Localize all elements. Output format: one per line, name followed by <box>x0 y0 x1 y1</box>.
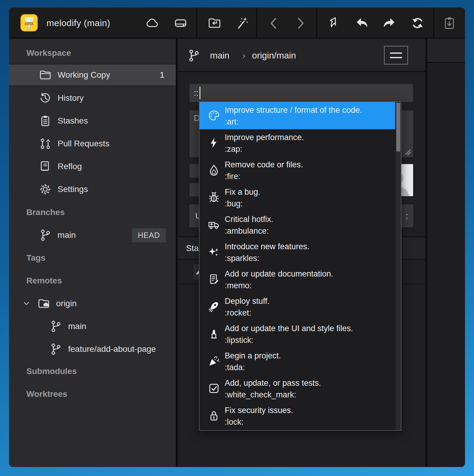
check-box-icon <box>208 382 220 394</box>
sidebar-item-reflog[interactable]: Reflog <box>9 155 176 178</box>
sidebar-item-history[interactable]: History <box>9 87 176 109</box>
toolbar-divider <box>256 7 257 38</box>
item-label: Critical hotfix. <box>225 215 273 224</box>
item-code: :memo: <box>225 281 252 290</box>
sidebar-item-working-copy[interactable]: Working Copy 1 <box>9 64 176 86</box>
sidebar-item-stashes[interactable]: Stashes <box>9 110 176 132</box>
item-code: :tada: <box>225 363 245 372</box>
forward-icon[interactable] <box>294 16 308 30</box>
redo-icon[interactable] <box>382 16 396 30</box>
item-label: Fix security issues. <box>225 406 293 415</box>
clipboard-icon <box>39 115 52 127</box>
dropdown-scrollbar[interactable] <box>396 102 401 430</box>
remote-folder-icon <box>38 297 50 310</box>
autocomplete-item-zap[interactable]: Improve performance. :zap: <box>200 129 395 157</box>
branch-icon <box>187 49 200 62</box>
sync-icon[interactable] <box>411 16 424 30</box>
bug-icon <box>208 191 220 203</box>
hamburger-icon <box>390 57 402 58</box>
app-logo-icon <box>20 14 38 31</box>
autocomplete-item-fire[interactable]: Remove code or files. :fire: <box>200 157 395 184</box>
cloud-icon[interactable] <box>145 16 159 30</box>
undo-icon[interactable] <box>355 16 369 30</box>
branch-label: main <box>58 230 76 240</box>
sidebar-section-submodules: Submodules <box>26 367 77 376</box>
item-label: Add or update documentation. <box>225 269 333 278</box>
item-code: :ambulance: <box>225 226 269 235</box>
right-panel-header <box>427 39 465 63</box>
sidebar-section-tags: Tags <box>26 253 45 263</box>
sidebar-item-label: Stashes <box>58 116 88 126</box>
sidebar-section-workspace: Workspace <box>26 48 71 58</box>
item-code: :lock: <box>225 418 244 427</box>
pull-request-icon <box>39 137 52 150</box>
item-code: :rocket: <box>225 308 251 317</box>
sidebar-item-label: Pull Requests <box>58 139 110 148</box>
sidebar-item-settings[interactable]: Settings <box>9 178 176 200</box>
scrollbar-thumb[interactable] <box>396 103 400 151</box>
sidebar-item-pull-requests[interactable]: Pull Requests <box>9 133 176 155</box>
magic-wand-icon[interactable] <box>235 16 249 30</box>
autocomplete-item-rocket[interactable]: Deploy stuff. :rocket: <box>200 293 395 320</box>
zap-icon <box>208 137 220 149</box>
app-window: melodify (main) Workspace Working Copy 1 <box>9 7 465 467</box>
autocomplete-item-art[interactable]: Improve structure / format of the code. … <box>200 102 395 129</box>
upstream-branch[interactable]: origin/main <box>252 39 296 72</box>
item-label: Add, update, or pass tests. <box>225 379 321 388</box>
chevron-down-icon[interactable] <box>22 300 30 307</box>
autocomplete-item-tada[interactable]: Begin a project. :tada: <box>200 348 395 375</box>
drive-icon[interactable] <box>174 16 188 30</box>
item-label: Fix a bug. <box>225 187 260 196</box>
fire-icon <box>208 164 220 176</box>
lock-icon <box>208 410 220 422</box>
breadcrumb-separator: › <box>242 39 245 72</box>
rocket-icon <box>208 301 220 313</box>
autocomplete-item-ambulance[interactable]: Critical hotfix. :ambulance: <box>200 211 395 238</box>
current-branch[interactable]: main <box>210 39 230 72</box>
autocomplete-item-sparkles[interactable]: Introduce new features. :sparkles: <box>200 238 395 266</box>
gitmoji-autocomplete-dropdown: Improve structure / format of the code. … <box>199 101 401 431</box>
toolbar-divider <box>434 7 434 38</box>
commit-button-label: : <box>406 211 408 221</box>
item-label: Begin a project. <box>225 351 281 360</box>
sidebar-section-worktrees: Worktrees <box>26 389 67 399</box>
ambulance-icon <box>208 219 220 231</box>
autocomplete-item-white-check-mark[interactable]: Add, update, or pass tests. :white_check… <box>200 375 395 402</box>
remote-label: origin <box>56 299 76 308</box>
clipboard-download-icon[interactable] <box>442 16 456 30</box>
sidebar-item-origin-main[interactable]: main <box>9 315 176 337</box>
autocomplete-item-lipstick[interactable]: Add or update the UI and style files. :l… <box>200 320 395 348</box>
tada-icon <box>208 355 220 367</box>
branch-icon <box>50 320 62 333</box>
sidebar-item-label: Working Copy <box>58 70 110 80</box>
autocomplete-item-bug[interactable]: Fix a bug. :bug: <box>200 184 395 211</box>
sidebar-item-branch-main[interactable]: main HEAD <box>9 224 176 246</box>
autocomplete-item-lock[interactable]: Fix security issues. :lock: <box>200 402 395 430</box>
branch-header: main › origin/main <box>178 39 425 72</box>
sidebar-item-origin-feature[interactable]: feature/add-about-page <box>9 338 176 360</box>
palette-icon <box>208 109 220 121</box>
item-label: Remove code or files. <box>225 160 303 169</box>
item-code: :zap: <box>225 145 242 154</box>
right-panel <box>427 39 465 467</box>
item-label: Improve structure / format of the code. <box>225 106 362 115</box>
summary-value: :: <box>194 88 199 98</box>
item-label: Improve performance. <box>225 133 304 142</box>
resize-grip-icon[interactable] <box>404 148 412 156</box>
back-icon[interactable] <box>267 16 280 30</box>
share-icon[interactable] <box>328 16 341 30</box>
commit-summary-input[interactable]: :: <box>190 84 413 102</box>
open-repo-icon[interactable] <box>208 16 221 30</box>
autocomplete-item-memo[interactable]: Add or update documentation. :memo: <box>200 266 395 293</box>
head-badge: HEAD <box>132 228 166 242</box>
toolbar-divider <box>196 7 197 38</box>
sidebar: Workspace Working Copy 1 History Stashes… <box>9 39 176 467</box>
sparkles-icon <box>208 246 220 258</box>
sidebar-item-remote-origin[interactable]: origin <box>9 292 176 315</box>
book-icon <box>39 160 52 173</box>
item-code: :bug: <box>225 199 243 208</box>
sidebar-section-remotes: Remotes <box>26 276 62 286</box>
menu-button[interactable] <box>384 46 408 64</box>
item-code: :fire: <box>225 172 241 181</box>
sidebar-item-label: Reflog <box>58 162 82 171</box>
